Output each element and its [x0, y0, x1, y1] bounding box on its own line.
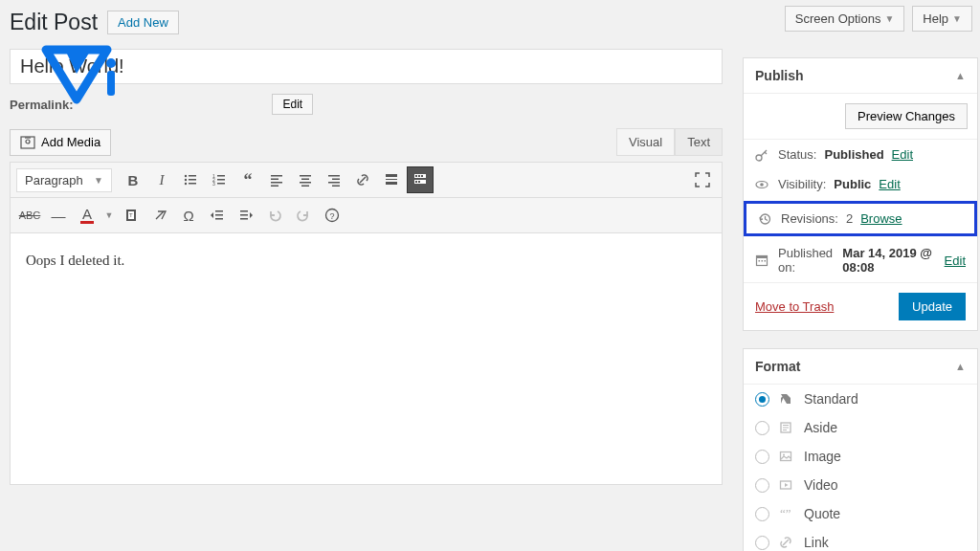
svg-rect-30	[386, 182, 397, 185]
video-icon	[779, 478, 794, 492]
published-value: Mar 14, 2019 @ 08:08	[842, 246, 936, 275]
fullscreen-button[interactable]	[689, 166, 716, 193]
caret-up-icon: ▲	[955, 361, 966, 372]
tab-visual[interactable]: Visual	[616, 128, 675, 155]
link-button[interactable]	[349, 166, 376, 193]
special-char-button[interactable]: Ω	[175, 202, 202, 229]
svg-rect-16	[271, 175, 282, 177]
svg-rect-43	[215, 218, 223, 220]
status-value: Published	[824, 147, 883, 162]
eye-icon	[755, 178, 770, 191]
svg-point-6	[185, 179, 187, 181]
text-color-button[interactable]: A	[74, 202, 100, 229]
svg-rect-11	[217, 175, 225, 177]
status-row: Status: Published Edit	[744, 140, 977, 169]
svg-rect-37	[418, 181, 420, 183]
status-edit-link[interactable]: Edit	[892, 147, 913, 162]
svg-text:“”: “”	[780, 507, 791, 520]
indent-button[interactable]	[233, 202, 259, 229]
svg-rect-45	[240, 214, 248, 216]
format-panel-header[interactable]: Format ▲	[744, 349, 977, 385]
text-color-chevron[interactable]: ▼	[102, 202, 116, 229]
brand-logo	[38, 42, 124, 119]
redo-button[interactable]	[290, 202, 317, 229]
svg-rect-54	[757, 256, 768, 259]
format-option-label: Quote	[804, 506, 840, 521]
svg-rect-59	[783, 425, 789, 426]
publish-panel-header[interactable]: Publish ▲	[744, 58, 977, 94]
add-media-button[interactable]: Add Media	[10, 129, 111, 156]
format-option-label: Standard	[804, 391, 858, 407]
align-center-button[interactable]	[292, 166, 319, 193]
svg-rect-41	[215, 210, 223, 212]
status-label: Status:	[778, 147, 816, 162]
svg-rect-55	[759, 260, 761, 262]
hr-button[interactable]: —	[45, 202, 72, 229]
update-button[interactable]: Update	[899, 293, 966, 320]
bold-button[interactable]: B	[120, 166, 146, 193]
radio-icon	[755, 536, 769, 550]
svg-rect-15	[217, 183, 225, 185]
undo-button[interactable]	[261, 202, 288, 229]
radio-icon	[755, 478, 769, 493]
svg-rect-42	[215, 214, 223, 216]
revisions-row: Revisions: 2 Browse	[746, 204, 974, 233]
revisions-browse-link[interactable]: Browse	[860, 211, 902, 226]
svg-rect-19	[271, 186, 278, 187]
add-new-button[interactable]: Add New	[107, 11, 179, 34]
svg-rect-32	[415, 175, 417, 177]
format-option-label: Aside	[804, 420, 837, 435]
svg-rect-56	[762, 260, 764, 262]
caret-up-icon: ▲	[955, 70, 966, 81]
visibility-label: Visibility:	[778, 177, 826, 191]
published-edit-link[interactable]: Edit	[945, 253, 966, 268]
readmore-button[interactable]	[378, 166, 405, 193]
move-to-trash-link[interactable]: Move to Trash	[755, 299, 834, 314]
svg-point-8	[185, 183, 187, 185]
help-icon-button[interactable]: ?	[319, 202, 345, 229]
svg-rect-44	[240, 210, 248, 212]
svg-rect-29	[386, 179, 397, 180]
toolbar-toggle-button[interactable]	[407, 166, 434, 193]
paste-text-button[interactable]: T	[118, 202, 145, 229]
radio-icon	[755, 392, 769, 407]
format-option-video[interactable]: Video	[744, 471, 977, 499]
aside-icon	[779, 421, 794, 434]
editor-container: Paragraph ▼ B I 123 “ ABC — A ▼ T Ω	[10, 162, 723, 485]
align-right-button[interactable]	[321, 166, 347, 193]
add-media-label: Add Media	[41, 135, 100, 149]
format-dropdown[interactable]: Paragraph ▼	[16, 168, 112, 192]
svg-point-3	[26, 140, 30, 143]
permalink-edit-button[interactable]: Edit	[272, 94, 313, 115]
visibility-edit-link[interactable]: Edit	[879, 177, 900, 191]
screen-options-button[interactable]: Screen Options ▼	[785, 6, 905, 32]
strikethrough-button[interactable]: ABC	[16, 202, 43, 229]
align-left-button[interactable]	[263, 166, 290, 193]
svg-rect-60	[783, 428, 789, 429]
link-icon	[779, 536, 794, 549]
italic-button[interactable]: I	[148, 166, 175, 193]
format-option-aside[interactable]: Aside	[744, 413, 977, 442]
format-option-image[interactable]: Image	[744, 442, 977, 471]
format-option-label: Image	[804, 449, 841, 464]
format-option-quote[interactable]: “”Quote	[744, 499, 977, 528]
numbered-list-button[interactable]: 123	[206, 166, 233, 193]
svg-rect-57	[765, 260, 767, 262]
format-dropdown-label: Paragraph	[25, 173, 83, 187]
help-button[interactable]: Help ▼	[912, 6, 972, 32]
svg-rect-1	[107, 71, 115, 96]
tab-text[interactable]: Text	[675, 128, 723, 155]
history-icon	[758, 212, 773, 226]
help-label: Help	[923, 11, 948, 26]
editor-content-area[interactable]: Oops I deleted it.	[11, 233, 722, 484]
bullet-list-button[interactable]	[177, 166, 204, 193]
format-option-standard[interactable]: Standard	[744, 385, 977, 413]
format-option-link[interactable]: Link	[744, 528, 977, 551]
svg-point-0	[106, 58, 116, 68]
image-icon	[779, 450, 794, 463]
blockquote-button[interactable]: “	[234, 166, 261, 193]
preview-changes-button[interactable]: Preview Changes	[845, 103, 968, 129]
svg-rect-9	[189, 183, 196, 185]
clear-formatting-button[interactable]	[146, 202, 173, 229]
outdent-button[interactable]	[204, 202, 231, 229]
